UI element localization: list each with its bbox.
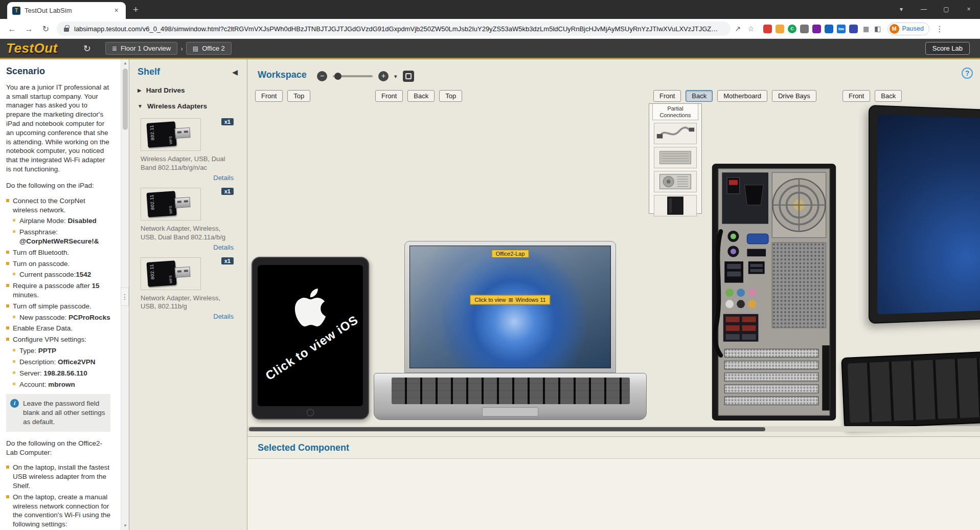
site-security-icon[interactable] bbox=[64, 28, 69, 32]
details-link[interactable]: Details bbox=[141, 174, 234, 182]
forward-icon[interactable]: → bbox=[21, 21, 37, 37]
new-tab-button[interactable]: + bbox=[133, 4, 139, 15]
tower-back-button[interactable]: Back bbox=[686, 90, 713, 102]
scroll-up-icon[interactable]: ▲ bbox=[121, 59, 129, 68]
monitor-back-button[interactable]: Back bbox=[875, 90, 902, 102]
laptop-image[interactable]: Office2-Lap Click to view ⊞ Windows 11 bbox=[374, 241, 647, 422]
profile-chip[interactable]: M Paused bbox=[887, 23, 929, 35]
help-icon[interactable]: ? bbox=[962, 68, 973, 79]
scroll-down-icon[interactable]: ▼ bbox=[121, 522, 129, 530]
zoom-out-button[interactable]: − bbox=[317, 71, 327, 81]
extension-icon-8[interactable] bbox=[849, 25, 858, 33]
wireless-adapter-image[interactable]: 802.11 WPS bbox=[141, 188, 201, 220]
wireless-adapter-image[interactable]: 802.11 WPS bbox=[141, 257, 201, 290]
ipad-front-button[interactable]: Front bbox=[255, 90, 283, 102]
sync-icon[interactable]: ↻ bbox=[83, 43, 91, 54]
url-text: labsimapp.testout.com/v6_0_498/simwindow… bbox=[74, 25, 723, 33]
zoom-in-button[interactable]: + bbox=[378, 71, 389, 81]
note-text: Leave the password field blank and all o… bbox=[23, 399, 106, 426]
score-lab-button[interactable]: Score Lab bbox=[925, 42, 970, 55]
power-supply-thumbnail[interactable] bbox=[654, 171, 697, 192]
fit-to-screen-icon[interactable] bbox=[403, 71, 414, 82]
scrollbar-thumb[interactable] bbox=[123, 69, 128, 130]
extension-icon-5[interactable] bbox=[812, 25, 821, 33]
maximize-button[interactable]: ▢ bbox=[935, 0, 958, 19]
breadcrumb-office2[interactable]: ▤ Office 2 bbox=[186, 42, 232, 55]
shelf-header: Shelf ◀ bbox=[129, 59, 247, 82]
task-item: On the laptop, create a manual wireless … bbox=[6, 493, 110, 529]
panel-resize-handle[interactable]: ⋮ bbox=[121, 288, 129, 306]
extension-icon-4[interactable] bbox=[800, 25, 809, 33]
collapse-shelf-icon[interactable]: ◀ bbox=[232, 68, 238, 76]
details-link[interactable]: Details bbox=[141, 244, 234, 251]
wireless-adapter-image[interactable]: 802.11 WPS bbox=[141, 118, 201, 151]
click-to-view-windows-button[interactable]: Click to view ⊞ Windows 11 bbox=[470, 295, 550, 304]
extension-icon-3[interactable]: C bbox=[788, 25, 796, 33]
reload-icon[interactable]: ↻ bbox=[38, 21, 54, 37]
ipad-image[interactable]: Click to view iOS bbox=[252, 257, 369, 419]
shelf-section-wireless-adapters[interactable]: ▼ Wireless Adapters bbox=[129, 98, 247, 114]
partial-connections-tab[interactable]: Partial Connections bbox=[652, 104, 698, 120]
laptop-top-button[interactable]: Top bbox=[439, 90, 462, 102]
workspace-horizontal-scrollbar[interactable] bbox=[247, 426, 980, 432]
extension-icon-6[interactable] bbox=[825, 25, 833, 33]
extension-icon-7[interactable]: bw bbox=[837, 25, 846, 33]
details-link[interactable]: Details bbox=[141, 313, 234, 320]
task-item: Account: mbrown bbox=[13, 380, 110, 389]
task-item: Type: PPTP bbox=[13, 346, 110, 356]
url-bar[interactable]: labsimapp.testout.com/v6_0_498/simwindow… bbox=[57, 21, 731, 36]
testout-logo: TestOut bbox=[6, 40, 58, 56]
tower-back-image[interactable] bbox=[712, 164, 836, 421]
adapter-wps-label: WPS bbox=[169, 136, 173, 144]
extension-icon-2[interactable] bbox=[776, 25, 784, 33]
ipad-top-button[interactable]: Top bbox=[287, 90, 310, 102]
zoom-slider-thumb[interactable] bbox=[334, 73, 341, 80]
laptop-front-button[interactable]: Front bbox=[375, 90, 403, 102]
selected-component-body bbox=[247, 459, 980, 530]
side-panel-icon[interactable]: ◧ bbox=[874, 25, 881, 33]
ipad-tasks-heading: Do the following on the iPad: bbox=[6, 181, 110, 190]
tower-motherboard-button[interactable]: Motherboard bbox=[717, 90, 767, 102]
task-item: Passphrase: @CorpNetWeRSecure!& bbox=[13, 228, 110, 246]
laptop-back-button[interactable]: Back bbox=[407, 90, 435, 102]
shelf-panel: Shelf ◀ ▶ Hard Drives ▼ Wireless Adapter… bbox=[129, 59, 247, 530]
labsim-header: TestOut ↻ ≣ Floor 1 Overview › ▤ Office … bbox=[0, 39, 980, 59]
shelf-item-name: Network Adapter, Wireless, USB, 802.11b/… bbox=[141, 294, 234, 312]
drive-thumbnail[interactable] bbox=[654, 147, 697, 168]
bookmark-star-icon[interactable]: ☆ bbox=[745, 25, 757, 33]
scrollbar-thumb[interactable] bbox=[249, 427, 765, 431]
ipad-screen: Click to view iOS bbox=[258, 265, 363, 406]
monitor-front-button[interactable]: Front bbox=[842, 90, 870, 102]
home-button bbox=[307, 409, 314, 416]
extensions-puzzle-icon[interactable]: ▦ bbox=[863, 25, 869, 33]
shelf-item: x1 802.11 WPS Network Adapter, Wireless,… bbox=[129, 184, 247, 253]
zoom-slider[interactable] bbox=[333, 75, 373, 77]
close-button[interactable]: × bbox=[958, 0, 980, 19]
tower-drive-bays-button[interactable]: Drive Bays bbox=[772, 90, 816, 102]
keyboard-image[interactable] bbox=[841, 341, 980, 429]
case-thumbnail[interactable] bbox=[654, 195, 697, 216]
share-icon[interactable]: ↗ bbox=[732, 25, 744, 33]
extension-icon-1[interactable] bbox=[763, 25, 772, 33]
task-item: Configure VPN settings: bbox=[6, 335, 110, 344]
browser-menu-icon[interactable]: ⋮ bbox=[936, 24, 944, 34]
tower-front-button[interactable]: Front bbox=[653, 90, 681, 102]
laptop-base bbox=[374, 373, 647, 420]
laptop-display: Office2-Lap Click to view ⊞ Windows 11 bbox=[409, 246, 611, 368]
tab-title: TestOut LabSim bbox=[25, 7, 108, 14]
cable-thumbnail[interactable] bbox=[654, 123, 697, 144]
tab-search-icon[interactable]: ▾ bbox=[890, 0, 913, 19]
browser-tab[interactable]: T TestOut LabSim × bbox=[7, 2, 126, 19]
shelf-item: x1 802.11 WPS Network Adapter, Wireless,… bbox=[129, 253, 247, 323]
breadcrumb-floor1-overview[interactable]: ≣ Floor 1 Overview bbox=[105, 42, 177, 55]
section-label: Hard Drives bbox=[146, 86, 185, 94]
shelf-section-hard-drives[interactable]: ▶ Hard Drives bbox=[129, 82, 247, 98]
zoom-preset-caret-icon[interactable]: ▾ bbox=[394, 73, 397, 80]
monitor-image[interactable] bbox=[869, 105, 980, 324]
quantity-badge: x1 bbox=[221, 257, 234, 264]
browser-tab-strip: T TestOut LabSim × + ▾ — ▢ × bbox=[0, 0, 980, 19]
minimize-button[interactable]: — bbox=[913, 0, 935, 19]
tab-close-icon[interactable]: × bbox=[112, 6, 121, 15]
back-icon[interactable]: ← bbox=[4, 21, 20, 37]
task-item: Turn off Bluetooth. bbox=[6, 248, 110, 257]
